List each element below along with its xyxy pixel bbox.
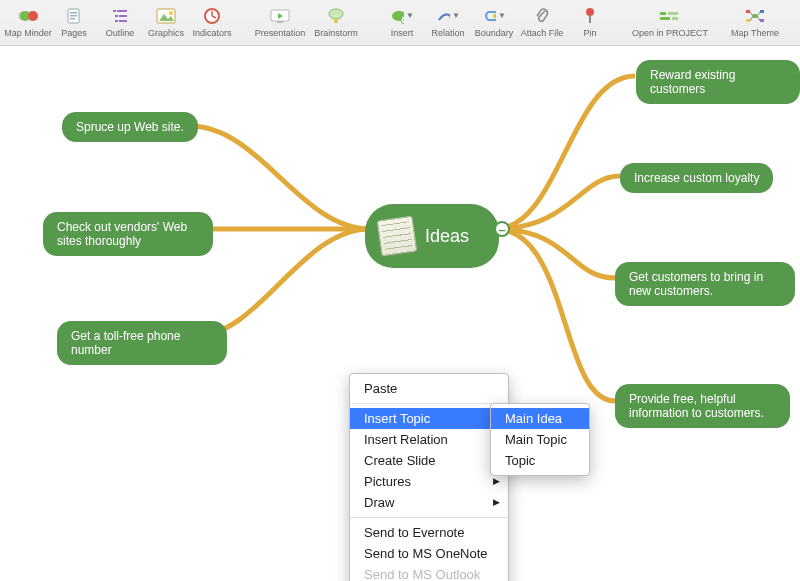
relation-icon: ▼	[436, 6, 460, 26]
toolbar-pin[interactable]: Pin	[568, 4, 612, 38]
toolbar-label: Boundary	[475, 28, 514, 38]
toolbar-attach-file[interactable]: Attach File	[518, 4, 566, 38]
toolbar-label: Insert	[391, 28, 414, 38]
svg-rect-21	[334, 19, 338, 23]
toolbar-indicators[interactable]: Indicators	[190, 4, 234, 38]
svg-rect-11	[115, 20, 118, 22]
submenu-main-idea[interactable]: Main Idea	[491, 408, 589, 429]
indicators-icon	[200, 6, 224, 26]
toolbar-label: Map Theme	[731, 28, 779, 38]
submenu-topic[interactable]: Topic	[491, 450, 589, 471]
toolbar-outline[interactable]: Outline	[98, 4, 142, 38]
menu-create-slide[interactable]: Create Slide	[350, 450, 508, 471]
svg-rect-10	[119, 15, 127, 17]
svg-marker-24	[449, 16, 450, 21]
toolbar-label: Brainstorm	[314, 28, 358, 38]
svg-rect-19	[277, 21, 283, 23]
menu-separator	[350, 403, 508, 404]
svg-rect-32	[753, 14, 757, 18]
topic-node[interactable]: Get customers to bring in new customers.	[615, 262, 795, 306]
topic-node[interactable]: Reward existing customers	[636, 60, 800, 104]
svg-rect-33	[746, 10, 750, 13]
toolbar-label: Attach File	[521, 28, 564, 38]
menu-insert-relation[interactable]: Insert Relation	[350, 429, 508, 450]
topic-node[interactable]: Spruce up Web site.	[62, 112, 198, 142]
svg-point-20	[329, 9, 343, 19]
toolbar-label: Graphics	[148, 28, 184, 38]
central-topic-label: Ideas	[425, 229, 469, 243]
context-menu: Paste Insert Topic Insert Relation Creat…	[349, 373, 509, 581]
svg-rect-27	[589, 15, 591, 23]
svg-point-25	[493, 14, 496, 19]
toolbar-brainstorm[interactable]: Brainstorm	[310, 4, 362, 38]
presentation-icon	[268, 6, 292, 26]
toolbar-open-in-project[interactable]: Open in PROJECT	[630, 4, 710, 38]
menu-separator	[350, 517, 508, 518]
svg-rect-8	[117, 10, 127, 12]
toolbar-label: Pages	[61, 28, 87, 38]
toolbar-map-minder[interactable]: Map Minder	[6, 4, 50, 38]
map-minder-icon	[16, 6, 40, 26]
graphics-icon	[154, 6, 178, 26]
pin-icon	[578, 6, 602, 26]
topic-label: Reward existing customers	[650, 68, 786, 96]
pages-icon	[62, 6, 86, 26]
toolbar-pages[interactable]: Pages	[52, 4, 96, 38]
map-theme-icon	[743, 6, 767, 26]
topic-label: Spruce up Web site.	[76, 120, 184, 134]
menu-draw[interactable]: Draw	[350, 492, 508, 513]
notepad-icon	[377, 216, 418, 257]
topic-label: Check out vendors' Web sites thoroughly	[57, 220, 199, 248]
toolbar: Map Minder Pages Outline Graphics Indica…	[0, 0, 800, 46]
toolbar-label: Presentation	[255, 28, 306, 38]
svg-point-26	[586, 8, 594, 16]
svg-rect-30	[660, 17, 670, 20]
menu-send-evernote[interactable]: Send to Evernote	[350, 522, 508, 543]
svg-rect-12	[119, 20, 127, 22]
collapse-toggle[interactable]: –	[494, 221, 510, 237]
topic-node[interactable]: Provide free, helpful information to cus…	[615, 384, 790, 428]
submenu-main-topic[interactable]: Main Topic	[491, 429, 589, 450]
toolbar-label: Outline	[106, 28, 135, 38]
toolbar-graphics[interactable]: Graphics	[144, 4, 188, 38]
menu-insert-topic[interactable]: Insert Topic	[350, 408, 508, 429]
menu-send-outlook: Send to MS Outlook	[350, 564, 508, 581]
insert-icon: ▼	[390, 6, 414, 26]
svg-rect-4	[70, 12, 77, 14]
svg-point-15	[169, 11, 173, 15]
toolbar-label: Map Minder	[4, 28, 52, 38]
context-submenu: Main Idea Main Topic Topic	[490, 403, 590, 476]
menu-send-onenote[interactable]: Send to MS OneNote	[350, 543, 508, 564]
toolbar-label: Indicators	[192, 28, 231, 38]
svg-point-2	[28, 11, 38, 21]
outline-icon	[108, 6, 132, 26]
topic-label: Provide free, helpful information to cus…	[629, 392, 776, 420]
svg-rect-34	[746, 19, 750, 22]
toolbar-label: Relation	[431, 28, 464, 38]
svg-rect-7	[113, 10, 116, 12]
svg-rect-35	[760, 10, 764, 13]
menu-pictures[interactable]: Pictures	[350, 471, 508, 492]
svg-rect-6	[70, 18, 75, 20]
central-topic[interactable]: Ideas	[365, 204, 499, 268]
topic-label: Increase custom loyalty	[634, 171, 759, 185]
project-icon	[658, 6, 682, 26]
topic-node[interactable]: Check out vendors' Web sites thoroughly	[43, 212, 213, 256]
svg-rect-31	[672, 17, 678, 20]
menu-paste[interactable]: Paste	[350, 378, 508, 399]
toolbar-boundary[interactable]: ▼ Boundary	[472, 4, 516, 38]
toolbar-relation[interactable]: ▼ Relation	[426, 4, 470, 38]
brainstorm-icon	[324, 6, 348, 26]
topic-node[interactable]: Get a toll-free phone number	[57, 321, 227, 365]
topic-label: Get customers to bring in new customers.	[629, 270, 781, 298]
svg-rect-9	[115, 15, 118, 17]
topic-node[interactable]: Increase custom loyalty	[620, 163, 773, 193]
toolbar-label: Open in PROJECT	[632, 28, 708, 38]
mindmap-canvas[interactable]: Ideas – Spruce up Web site. Check out ve…	[0, 46, 800, 581]
svg-rect-36	[760, 19, 764, 22]
toolbar-presentation[interactable]: Presentation	[252, 4, 308, 38]
paperclip-icon	[530, 6, 554, 26]
svg-rect-29	[668, 12, 678, 15]
toolbar-map-theme[interactable]: Map Theme	[728, 4, 782, 38]
toolbar-insert[interactable]: ▼ Insert	[380, 4, 424, 38]
